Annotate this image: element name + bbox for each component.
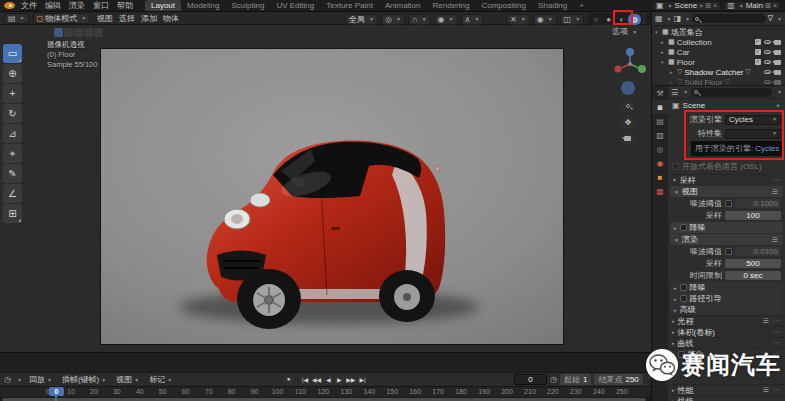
zoom-dot-button[interactable] — [621, 81, 635, 95]
shading-mode-button[interactable]: ● — [602, 14, 615, 25]
remove-layer-icon[interactable]: × — [773, 2, 777, 9]
timeline-menu-item[interactable]: 视图▼ — [113, 374, 142, 385]
topbar-menu-item[interactable]: 文件 — [17, 0, 41, 11]
playhead-current-frame[interactable]: 0 — [49, 387, 64, 396]
hide-eye-icon[interactable] — [764, 80, 771, 84]
samples-viewport-value[interactable]: 100 — [725, 211, 781, 220]
topbar-menu-item[interactable]: 窗口 — [89, 0, 113, 11]
exclude-checkbox[interactable] — [755, 49, 761, 55]
workspace-tab[interactable]: Compositing — [475, 0, 531, 11]
viewport-display-toggle[interactable]: ◫▼ — [560, 14, 585, 25]
toolbar-tool-button[interactable]: ✎ — [3, 164, 22, 183]
section-curves[interactable]: ▸曲线⋯ — [668, 337, 785, 348]
header-toggle-button[interactable]: ∧▼ — [461, 14, 484, 25]
panel-divider[interactable] — [651, 0, 652, 401]
tool-mode-icon[interactable] — [94, 28, 103, 37]
editor-type-button[interactable]: ▤▼ — [4, 13, 29, 24]
toolbar-tool-button[interactable]: + — [3, 84, 22, 103]
frame-end-field[interactable]: 结束点 250 — [594, 374, 642, 385]
transport-button[interactable]: ◀ — [323, 374, 333, 385]
properties-tab[interactable]: ▤ — [652, 114, 668, 128]
workspace-tab[interactable]: Modeling — [181, 0, 225, 11]
viewport-display-toggle[interactable]: ◉▼ — [533, 14, 557, 25]
outliner-row-car[interactable]: ▸▦ Car — [652, 47, 785, 57]
noise-threshold-checkbox[interactable] — [725, 200, 732, 207]
hide-eye-icon[interactable] — [764, 70, 771, 74]
viewport-menu-item[interactable]: 添加 — [138, 13, 160, 24]
hide-eye-icon[interactable] — [764, 60, 771, 64]
disable-render-icon[interactable] — [774, 40, 781, 45]
subsection-denoise-viewport[interactable]: ▸降噪 — [670, 222, 783, 233]
transport-button[interactable]: |◀ — [300, 374, 310, 385]
mode-dropdown[interactable]: ◻ 物体模式▼ — [33, 13, 91, 24]
viewport-display-toggle[interactable]: ✕▼ — [506, 14, 530, 25]
current-frame-field[interactable]: 0 — [514, 374, 547, 385]
hide-eye-icon[interactable] — [764, 40, 771, 44]
outliner-search-input[interactable] — [692, 14, 766, 23]
tool-mode-icon[interactable] — [84, 28, 93, 37]
scene-selector[interactable]: ▣▼ Scene ⌖ ⊞ × — [652, 1, 721, 11]
tool-mode-icon[interactable] — [54, 28, 63, 37]
tool-options-dropdown[interactable]: 选项 ▼ — [612, 26, 637, 37]
feature-set-dropdown[interactable]: ▼ — [725, 129, 781, 139]
toolbar-tool-button[interactable]: ↻ — [3, 104, 22, 123]
navigation-gizmo[interactable] — [613, 45, 647, 79]
shading-mode-button[interactable]: ◍ — [628, 14, 641, 25]
subsection-render[interactable]: ▼渲染☰ — [670, 234, 783, 245]
timeline-editor-icon[interactable]: ◷ — [4, 375, 11, 384]
properties-tab[interactable]: ◉ — [652, 156, 668, 170]
timeline-scrollbar[interactable] — [0, 397, 652, 401]
topbar-menu-item[interactable]: 渲染 — [65, 0, 89, 11]
outliner-row-floor[interactable]: ▾▦ Floor — [652, 57, 785, 67]
header-toggle-button[interactable]: ◉▼ — [434, 14, 458, 25]
noise-threshold-checkbox[interactable] — [725, 248, 732, 255]
shading-mode-button[interactable]: ◐ — [615, 14, 628, 25]
transport-button[interactable]: ▶▶ — [345, 374, 356, 385]
pin-icon[interactable]: ⌖ — [776, 102, 781, 110]
subsection-advanced[interactable]: ▸高级 — [670, 304, 783, 315]
unlink-scene-icon[interactable]: × — [713, 2, 717, 9]
timeline-menu-item[interactable]: 插帧(键帧)▼ — [59, 374, 109, 385]
transport-button[interactable]: ▶| — [357, 374, 367, 385]
tool-mode-icon[interactable] — [74, 28, 83, 37]
properties-tab[interactable]: ■ — [652, 170, 668, 184]
viewport-menu-item[interactable]: 物体 — [160, 13, 182, 24]
outliner-display-icon[interactable]: ◨ — [674, 14, 682, 23]
workspace-tab[interactable]: Shading — [532, 0, 573, 11]
outliner-row-shadow-catcher[interactable]: ▸▽ Shadow Catcher ▽ — [652, 67, 785, 77]
keying-clock-icon[interactable]: ◷ — [550, 375, 557, 384]
camera-view-button[interactable] — [621, 131, 635, 145]
disable-render-icon[interactable] — [774, 70, 781, 75]
frame-start-field[interactable]: 起始 1 — [560, 374, 591, 385]
header-toggle-button[interactable]: ∩▼ — [408, 14, 431, 25]
samples-render-value[interactable]: 500 — [725, 259, 781, 268]
exclude-checkbox[interactable] — [755, 39, 761, 45]
outliner-row-collection[interactable]: ▸▦ Collection — [652, 37, 785, 47]
properties-tab[interactable]: ◙ — [652, 100, 668, 114]
subsection-denoise-render[interactable]: ▸降噪 — [670, 282, 783, 293]
zoom-view-button[interactable] — [621, 99, 635, 113]
toolbar-tool-button[interactable]: ⊞ — [3, 204, 22, 223]
auto-key-record-button[interactable]: ● — [283, 374, 294, 385]
topbar-menu-item[interactable]: 帮助 — [113, 0, 137, 11]
properties-editor-icon[interactable]: ☰ — [671, 88, 678, 97]
viewport-3d[interactable]: 摄像机透视 (0) Floor Sample 55/100 ▭⊕+↻⊿⌖✎∠⊞ … — [0, 25, 652, 352]
properties-options-icon[interactable]: ▼ — [777, 89, 782, 95]
pan-view-button[interactable]: ✥ — [621, 115, 635, 129]
workspace-tab[interactable]: Texture Paint — [320, 0, 379, 11]
shading-mode-button[interactable]: ○ — [589, 14, 602, 25]
outliner-filter-icon[interactable]: ▦ — [655, 14, 663, 23]
subsection-viewport[interactable]: ▼视图☰ — [670, 186, 783, 197]
workspace-tab[interactable]: Layout — [145, 0, 181, 11]
timeline-ruler[interactable]: 0102030405060708090100110120130140150160… — [0, 386, 652, 397]
header-toggle-button[interactable]: ◎▼ — [381, 14, 405, 25]
hide-eye-icon[interactable] — [764, 50, 771, 54]
filter-funnel-icon[interactable]: ∇ — [768, 14, 773, 23]
noise-threshold-render-value[interactable]: 0.0100 — [735, 247, 781, 256]
pin-icon[interactable]: ⌖ — [699, 2, 703, 10]
noise-threshold-value[interactable]: 0.1000 — [735, 199, 781, 208]
denoise-checkbox[interactable] — [680, 224, 687, 231]
section-bake[interactable]: ▸烘焙 — [668, 395, 785, 401]
topbar-menu-item[interactable]: 编辑 — [41, 0, 65, 11]
properties-tab[interactable]: ▧ — [652, 128, 668, 142]
